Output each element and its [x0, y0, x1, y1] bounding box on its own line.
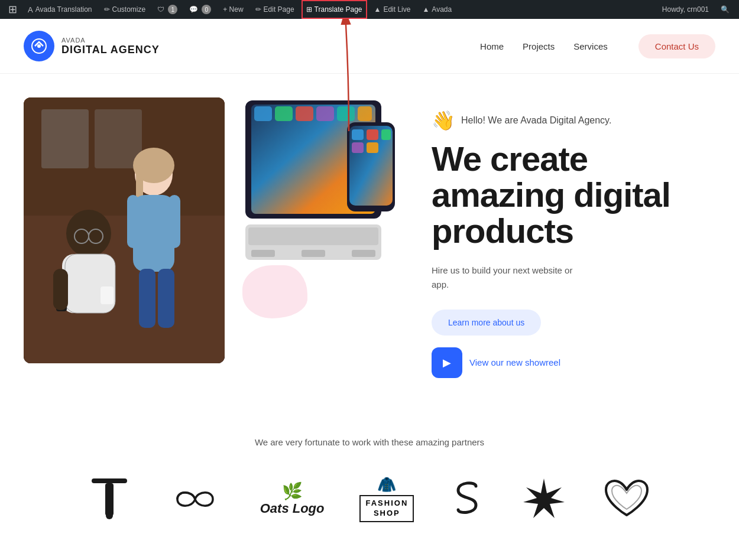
search-icon: 🔍: [721, 5, 730, 14]
avada-translation-link[interactable]: A Avada Translation: [23, 0, 97, 19]
partner-fashion: 🧥 FASHION SHOP: [359, 476, 414, 522]
svg-rect-13: [139, 269, 155, 328]
comments-icon: 💬: [189, 5, 198, 14]
logo-text: Avada DIGITAL AGENCY: [61, 37, 160, 56]
user-greeting-label: Howdy, crn001: [662, 5, 709, 14]
contact-button[interactable]: Contact Us: [638, 34, 715, 58]
svg-rect-43: [352, 142, 364, 153]
new-label: + New: [223, 5, 243, 14]
hero-right-content: 👋 Hello! We are Avada Digital Agency. We…: [414, 97, 715, 378]
wordpress-logo[interactable]: ⊞: [5, 0, 21, 19]
play-button[interactable]: ▶: [432, 347, 462, 378]
shield-icon: 🛡: [157, 5, 164, 14]
translate-page-label: Translate Page: [315, 5, 362, 14]
partner-taplink: [89, 476, 130, 523]
svg-rect-40: [352, 129, 364, 140]
avada-label: Avada: [432, 5, 452, 14]
site-logo[interactable]: Avada DIGITAL AGENCY: [24, 31, 160, 61]
svg-rect-30: [316, 106, 334, 121]
avada-main-icon: ▲: [422, 5, 429, 14]
site-nav: Home Projects Services Contact Us: [480, 34, 715, 58]
hero-subtext: Hire us to build your next website or ap…: [432, 263, 573, 292]
admin-bar-right: Howdy, crn001 🔍: [657, 0, 734, 19]
svg-rect-42: [381, 129, 391, 140]
svg-rect-21: [101, 286, 114, 304]
svg-point-47: [106, 512, 113, 519]
oats-logo-text: 🌿 Oats Logo: [260, 481, 325, 517]
hero-section: 👋 Hello! We are Avada Digital Agency. We…: [0, 74, 739, 414]
nav-services[interactable]: Services: [573, 41, 608, 51]
svg-rect-45: [92, 478, 127, 483]
svg-rect-12: [168, 195, 180, 248]
oats-label: Oats Logo: [260, 501, 325, 516]
decorative-blob: [242, 265, 307, 318]
admin-bar: ⊞ A Avada Translation ✏ Customize 🛡 1 💬 …: [0, 0, 739, 19]
svg-rect-36: [302, 250, 325, 257]
phone-image: [346, 121, 396, 215]
oats-icon: 🌿: [282, 481, 303, 502]
partner-oats: 🌿 Oats Logo: [260, 481, 325, 517]
nav-home[interactable]: Home: [480, 41, 504, 51]
fashion-logo: 🧥 FASHION SHOP: [359, 476, 414, 522]
svg-rect-5: [41, 109, 89, 168]
avada-translation-label: Avada Translation: [35, 5, 92, 14]
partners-section: We are very fortunate to work with these…: [0, 414, 739, 558]
svg-rect-23: [53, 269, 68, 310]
svg-rect-37: [352, 250, 375, 257]
svg-rect-41: [367, 129, 378, 140]
logo-big-text: DIGITAL AGENCY: [61, 44, 160, 56]
hero-greeting: 👋 Hello! We are Avada Digital Agency.: [432, 109, 715, 132]
site-header: Avada DIGITAL AGENCY Home Projects Servi…: [0, 19, 739, 74]
avada-icon: A: [28, 5, 33, 14]
showreel-link[interactable]: View our new showreel: [469, 357, 560, 367]
edit-icon: ✏: [255, 5, 261, 14]
svg-rect-31: [337, 106, 355, 121]
shield-badge: 1: [168, 5, 177, 14]
greeting-text: Hello! We are Avada Digital Agency.: [461, 115, 611, 126]
learn-more-button[interactable]: Learn more about us: [432, 310, 541, 336]
partner-heart: [603, 477, 650, 521]
comments-link[interactable]: 💬 0: [184, 0, 216, 19]
hero-left-image: [24, 97, 225, 378]
svg-rect-27: [254, 106, 272, 121]
play-icon: ▶: [443, 356, 451, 369]
partners-logos: 🌿 Oats Logo 🧥 FASHION SHOP: [24, 476, 715, 523]
people-scene: [24, 97, 225, 363]
svg-rect-10: [133, 195, 174, 272]
svg-rect-28: [275, 106, 293, 121]
new-link[interactable]: + New: [218, 0, 248, 19]
partner-star-hand: [520, 476, 568, 523]
edit-live-label: Edit Live: [383, 5, 410, 14]
edit-page-link[interactable]: ✏ Edit Page: [251, 0, 299, 19]
translate-page-link[interactable]: ⊞ Translate Page: [302, 0, 367, 19]
edit-live-link[interactable]: ▲ Edit Live: [369, 0, 416, 19]
translate-icon: ⊞: [306, 5, 312, 14]
svg-rect-35: [251, 250, 275, 257]
edit-page-label: Edit Page: [264, 5, 294, 14]
svg-point-2: [37, 44, 41, 48]
fashion-label: FASHION SHOP: [359, 495, 414, 522]
hero-middle-image: [242, 97, 396, 378]
customize-icon: ✏: [104, 5, 110, 14]
fashion-icon: 🧥: [359, 476, 414, 494]
svg-rect-32: [358, 106, 372, 121]
fashion-line2: SHOP: [365, 509, 408, 519]
partner-infinity: [166, 484, 225, 514]
hero-headline: We create amazing digital products: [432, 141, 715, 249]
avada-link[interactable]: ▲ Avada: [417, 0, 456, 19]
svg-rect-29: [296, 106, 313, 121]
partners-tagline: We are very fortunate to work with these…: [24, 437, 715, 447]
shield-link[interactable]: 🛡 1: [153, 0, 182, 19]
user-greeting[interactable]: Howdy, crn001: [657, 0, 714, 19]
showreel-wrap: ▶ View our new showreel: [432, 347, 715, 378]
comments-badge: 0: [202, 5, 211, 14]
customize-link[interactable]: ✏ Customize: [99, 0, 151, 19]
logo-icon: [24, 31, 54, 61]
svg-rect-14: [158, 269, 174, 328]
wave-emoji: 👋: [432, 109, 455, 132]
search-button[interactable]: 🔍: [716, 0, 734, 19]
nav-projects[interactable]: Projects: [523, 41, 555, 51]
svg-rect-46: [105, 483, 114, 516]
customize-label: Customize: [112, 5, 146, 14]
logo-small-text: Avada: [61, 37, 160, 44]
